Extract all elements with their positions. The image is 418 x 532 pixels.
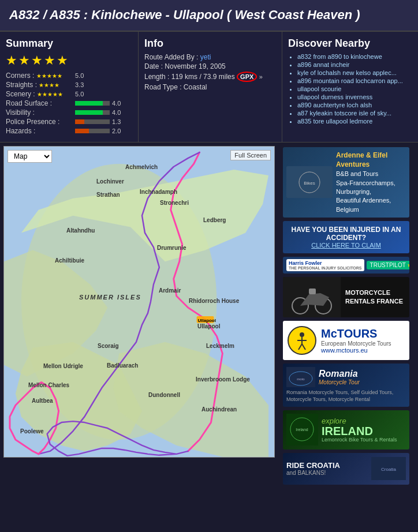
rating-value-straights: 3.3 xyxy=(75,81,84,88)
summary-box: Summary ★ ★ ★ ★ ★ Corners : ★★★★★ 5.0 St… xyxy=(0,32,139,142)
rating-label-visibility: Visibility : xyxy=(6,108,75,117)
gpx-badge[interactable]: GPX xyxy=(237,72,257,82)
svg-text:moto: moto xyxy=(297,377,305,381)
harris-logo: Harris Fowler THE PERSONAL INJURY SOLICI… xyxy=(286,259,364,271)
ad-ardenne-line4: Beautiful Ardennes, Belgium xyxy=(336,196,406,214)
info-length: Length : 119 kms / 73.9 miles GPX » xyxy=(144,72,276,82)
rating-label-road-surface: Road Surface : xyxy=(6,99,75,107)
map-type-select[interactable]: Map Satellite Terrain xyxy=(8,150,52,163)
rating-value-hazards: 2.0 xyxy=(112,128,121,134)
ad-injury[interactable]: HAVE YOU BEEN INJURED IN AN ACCIDENT? CL… xyxy=(283,221,409,253)
ad-ireland[interactable]: Ireland explore IRELAND Lemonrock Bike T… xyxy=(283,410,409,449)
ireland-desc: Lemonrock Bike Tours & Rentals xyxy=(322,437,397,443)
svg-rect-15 xyxy=(309,289,316,294)
info-box: Info Route Added By : yeti Date : Novemb… xyxy=(139,32,282,142)
ad-ardenne-line1: B&B and Tours xyxy=(336,170,406,178)
ad-moto-france-image xyxy=(283,277,341,317)
main-stars: ★ ★ ★ ★ ★ xyxy=(6,53,132,68)
croatia-text: RIDE CROATIA and BALKANS! xyxy=(286,461,340,476)
croatia-sub: and BALKANS! xyxy=(286,470,340,476)
trustpilot-label: TRUSTPILOT xyxy=(370,262,406,268)
rating-hazards: Hazards : 2.0 xyxy=(6,127,132,135)
ad-croatia[interactable]: RIDE CROATIA and BALKANS! Croatia xyxy=(283,453,409,485)
discover-item-7[interactable]: a87 kyleakin totscore isle of sky... xyxy=(297,110,412,117)
mctours-sub: European Motorcycle Tours xyxy=(321,340,391,347)
rating-label-corners: Corners : ★★★★★ xyxy=(6,72,75,80)
rating-corners: Corners : ★★★★★ 5.0 xyxy=(6,72,132,80)
ad-ardenne-line3: Nurburgring, xyxy=(336,188,406,196)
rating-straights: Straights : ★★★★ 3.3 xyxy=(6,81,132,89)
romania-title: Romania xyxy=(319,369,360,379)
info-road-type: Road Type : Coastal xyxy=(144,83,276,91)
ad-harris[interactable]: Harris Fowler THE PERSONAL INJURY SOLICI… xyxy=(283,257,409,274)
mctours-brand: McTOURS xyxy=(321,327,391,340)
ad-ardenne-title: Ardenne & Eifel Aventures xyxy=(336,151,406,170)
discover-box: Discover Nearby a832 from a890 to kinloc… xyxy=(282,32,418,142)
ad-moto-france-line2: RENTALS FRANCE xyxy=(345,297,403,306)
rating-value-police: 1.3 xyxy=(112,118,121,125)
star-1: ★ xyxy=(6,53,17,68)
romania-image: moto xyxy=(286,367,315,387)
discover-item-1[interactable]: a896 annat incheir xyxy=(297,61,412,68)
discover-item-3[interactable]: a896 mountain road lochcarron app... xyxy=(297,77,412,84)
rating-scenery: Scenery : ★★★★★ 5.0 xyxy=(6,90,132,98)
discover-item-0[interactable]: a832 from a890 to kinlochewe xyxy=(297,53,412,60)
ireland-explore: explore xyxy=(322,417,397,425)
bar-road-surface xyxy=(75,101,110,106)
rating-road-surface: Road Surface : 4.0 xyxy=(6,99,132,107)
romania-header: moto Romania Motorcycle Tour xyxy=(286,367,406,387)
discover-item-4[interactable]: ullapool scourie xyxy=(297,85,412,92)
mctours-info: McTOURS European Motorcycle Tours www.mc… xyxy=(321,327,391,354)
ireland-image: Ireland xyxy=(286,414,318,445)
trustpilot-badge: TRUSTPILOT ★★★★★ xyxy=(367,261,409,269)
map-section: Ullapool Achmelvich Lochinver Strathan I… xyxy=(0,143,278,489)
ad-moto-france-text: MOTORCYCLE RENTALS FRANCE xyxy=(341,285,408,310)
svg-text:Bikes: Bikes xyxy=(304,181,315,186)
ad-ardenne[interactable]: Bikes Ardenne & Eifel Aventures B&B and … xyxy=(283,147,409,218)
star-2: ★ xyxy=(18,53,30,68)
info-route-added: Route Added By : yeti xyxy=(144,53,276,61)
ad-ardenne-text: Ardenne & Eifel Aventures B&B and Tours … xyxy=(336,151,406,215)
discover-item-2[interactable]: kyle of lochalsh new kelso applec... xyxy=(297,69,412,76)
svg-point-17 xyxy=(300,332,304,337)
bar-visibility xyxy=(75,110,110,115)
croatia-title: RIDE CROATIA xyxy=(286,461,340,470)
trustpilot-stars: ★★★★★ xyxy=(407,262,409,268)
ad-injury-line1: HAVE YOU BEEN INJURED IN AN xyxy=(288,226,405,234)
discover-item-8[interactable]: a835 tore ullapool ledmore xyxy=(297,118,412,125)
bar-hazards xyxy=(75,129,110,133)
rating-value-visibility: 4.0 xyxy=(112,109,121,116)
bottom-row: Ullapool Achmelvich Lochinver Strathan I… xyxy=(0,143,418,489)
star-4: ★ xyxy=(44,53,55,68)
rating-value-scenery: 5.0 xyxy=(75,91,84,98)
discover-item-6[interactable]: a890 auchtertyre loch alsh xyxy=(297,102,412,108)
ad-romania[interactable]: moto Romania Motorcycle Tour Romania Mot… xyxy=(283,364,409,406)
page-header: A832 / A835 : Kinlochewe - Ullapool ( We… xyxy=(0,0,418,32)
star-3: ★ xyxy=(31,53,43,68)
map-svg: Ullapool xyxy=(4,147,274,457)
discover-item-5[interactable]: ullapool durness inverness xyxy=(297,93,412,100)
map-area[interactable]: Ullapool Achmelvich Lochinver Strathan I… xyxy=(3,146,275,458)
ad-injury-claim[interactable]: CLICK HERE TO CLAIM xyxy=(288,242,405,249)
summary-title: Summary xyxy=(6,38,132,50)
harris-tagline: THE PERSONAL INJURY SOLICITORS xyxy=(289,266,362,270)
map-toolbar: Map Satellite Terrain xyxy=(8,150,52,163)
ad-moto-france[interactable]: MOTORCYCLE RENTALS FRANCE xyxy=(283,277,409,317)
harris-name: Harris Fowler xyxy=(289,260,362,266)
mctours-url: www.mctours.eu xyxy=(321,347,391,354)
rating-value-corners: 5.0 xyxy=(75,72,84,79)
rating-police: Police Presence : 1.3 xyxy=(6,118,132,126)
ad-ardenne-line2: Spa-Francorchamps, xyxy=(336,179,406,188)
ireland-title: IRELAND xyxy=(322,425,397,437)
info-date: Date : November 19, 2005 xyxy=(144,62,276,70)
rating-label-hazards: Hazards : xyxy=(6,127,75,135)
fullscreen-button[interactable]: Full Screen xyxy=(230,150,271,160)
svg-text:Croatia: Croatia xyxy=(381,467,396,472)
mctours-logo xyxy=(288,326,316,355)
yeti-link[interactable]: yeti xyxy=(200,53,211,61)
info-title: Info xyxy=(144,38,276,50)
ad-mctours[interactable]: McTOURS European Motorcycle Tours www.mc… xyxy=(283,321,409,360)
rating-label-police: Police Presence : xyxy=(6,118,75,126)
rating-label-scenery: Scenery : ★★★★★ xyxy=(6,90,75,98)
svg-text:Ullapool: Ullapool xyxy=(198,317,216,323)
